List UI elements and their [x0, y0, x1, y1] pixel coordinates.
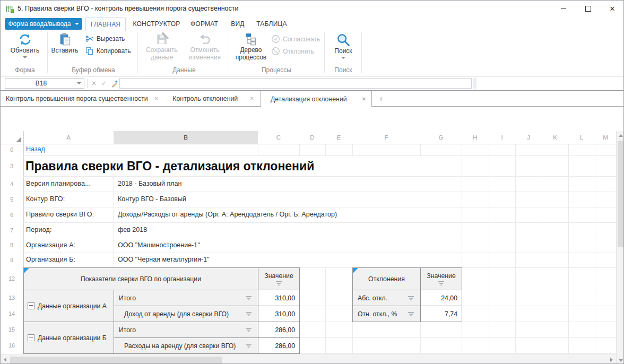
scroll-down-button[interactable]	[617, 356, 624, 364]
close-tab-icon[interactable]: ✕	[154, 96, 159, 101]
field-value[interactable]: Контур ВГО - Базовый	[118, 195, 457, 203]
filter-icon[interactable]	[245, 296, 252, 301]
value-cell[interactable]: 310,00	[258, 306, 300, 322]
tab-konstruktor[interactable]: КОНСТРУКТОР	[130, 18, 183, 31]
field-value[interactable]: Доходы/Расходы от аренды (Орг. А: Арендо…	[118, 211, 457, 218]
vertical-scroll-thumb[interactable]	[618, 141, 624, 247]
column-header-C[interactable]: C	[258, 131, 299, 144]
chevron-down-icon[interactable]	[77, 82, 81, 84]
row-header-7[interactable]: 7	[1, 222, 23, 238]
column-header-M[interactable]: M	[595, 131, 616, 144]
column-header-D[interactable]: D	[299, 131, 325, 144]
row-header-6[interactable]: 6	[1, 207, 23, 222]
filter-icon[interactable]	[245, 328, 252, 333]
maximize-button[interactable]	[576, 1, 600, 17]
close-button[interactable]: ✕	[600, 1, 624, 17]
confirm-entry-icon[interactable]: ✓	[99, 78, 109, 89]
collapse-icon[interactable]	[28, 334, 34, 341]
search-button[interactable]: Поиск	[327, 32, 359, 59]
filter-icon[interactable]	[245, 312, 252, 317]
value-cell[interactable]: 310,00	[258, 290, 300, 306]
sheet-tab-deviation-details[interactable]: Детализация отклонений ✕	[261, 91, 372, 107]
field-value[interactable]: ООО "Машиностроение-1"	[118, 241, 457, 249]
copy-button[interactable]: Копировать	[85, 47, 131, 55]
row-header-15[interactable]: 15	[1, 322, 23, 337]
tab-tablitsa[interactable]: ТАБЛИЦА	[253, 18, 290, 31]
tab-format[interactable]: ФОРМАТ	[187, 18, 221, 31]
row-header-12[interactable]: 12	[1, 267, 23, 290]
column-header-A[interactable]: A	[23, 131, 114, 144]
scroll-left-button[interactable]	[1, 355, 10, 364]
minimize-button[interactable]	[551, 1, 576, 17]
row-header-0[interactable]: 0	[1, 144, 23, 155]
left-table-value-header[interactable]: Значение	[258, 268, 300, 290]
gridline	[299, 144, 300, 155]
form-io-menu-button[interactable]: Форма ввода/вывода	[5, 18, 82, 30]
column-header-H[interactable]: H	[462, 131, 489, 144]
value-cell[interactable]: 286,00	[258, 322, 300, 338]
group-cell-org-a[interactable]: Данные организации А	[24, 290, 114, 322]
collapse-icon[interactable]	[28, 302, 34, 309]
indicator-cell[interactable]: Расходы на аренду (для сверки ВГО)	[114, 338, 258, 354]
row-header-13[interactable]: 13	[1, 290, 23, 306]
value-cell[interactable]: 7,74	[421, 306, 462, 322]
filter-icon[interactable]	[438, 281, 445, 286]
row-header-3[interactable]: 3	[1, 155, 23, 176]
scroll-up-button[interactable]	[617, 131, 624, 140]
filter-icon[interactable]	[245, 344, 252, 349]
indicator-cell[interactable]: Итого	[114, 290, 258, 306]
filter-icon[interactable]	[408, 296, 414, 301]
filter-icon[interactable]	[275, 281, 282, 286]
tab-vid[interactable]: ВИД	[226, 18, 250, 31]
scroll-right-button[interactable]	[607, 355, 616, 364]
cancel-entry-icon[interactable]: ✕	[89, 78, 99, 89]
row-header-9[interactable]: 9	[1, 253, 23, 267]
back-link[interactable]: Назад	[26, 145, 45, 153]
row-header-5[interactable]: 5	[1, 192, 23, 207]
field-value[interactable]: фев 2018	[118, 226, 457, 233]
row-header-16[interactable]: 16	[1, 337, 23, 353]
process-tree-button[interactable]: Дерево процессов	[231, 32, 271, 61]
column-header-K[interactable]: K	[542, 131, 568, 144]
deviation-cell[interactable]: Отн. откл., %	[353, 306, 421, 322]
row-header-4[interactable]: 4	[1, 176, 23, 192]
column-header-G[interactable]: G	[420, 131, 462, 144]
value-cell[interactable]: 286,00	[258, 338, 300, 354]
value-cell[interactable]: 24,00	[421, 290, 462, 306]
deviations-value-header[interactable]: Значение	[421, 268, 462, 290]
formula-bar-splitter[interactable]	[473, 78, 476, 89]
name-box[interactable]: B18	[5, 78, 84, 89]
indicator-cell[interactable]: Доход от аренды (для сверки ВГО)	[114, 306, 258, 322]
deviations-title-cell[interactable]: Отклонения	[353, 268, 421, 290]
field-value[interactable]: ООО "Черная металлургия-1"	[118, 256, 457, 263]
deviation-cell[interactable]: Абс. откл.	[353, 290, 421, 306]
field-value[interactable]: 2018 - Базовый план	[118, 180, 457, 187]
row-header-8[interactable]: 8	[1, 238, 23, 253]
select-all-corner[interactable]	[1, 131, 23, 144]
filter-icon[interactable]	[408, 312, 414, 317]
close-tab-icon[interactable]: ✕	[250, 96, 254, 101]
sheet-tab-control-deviations[interactable]: Контроль отклонений ✕	[166, 91, 259, 106]
paste-button[interactable]: Вставить	[49, 32, 80, 54]
left-table-title-cell[interactable]: Показатели сверки ВГО по организации	[24, 268, 258, 290]
column-header-L[interactable]: L	[568, 131, 595, 144]
arrow-right-icon	[610, 358, 613, 362]
new-tab-button[interactable]: +	[372, 91, 390, 106]
horizontal-scroll-thumb[interactable]	[10, 357, 222, 363]
row-header-14[interactable]: 14	[1, 306, 23, 322]
formula-input[interactable]	[119, 78, 472, 89]
column-header-B[interactable]: B	[114, 131, 258, 144]
group-cell-org-b[interactable]: Данные организации Б	[24, 322, 114, 354]
column-header-E[interactable]: E	[325, 131, 352, 144]
cut-button[interactable]: Вырезать	[85, 34, 125, 43]
vertical-scrollbar[interactable]	[616, 131, 624, 364]
tab-glavnaya[interactable]: ГЛАВНАЯ	[85, 18, 126, 31]
column-header-I[interactable]: I	[489, 131, 515, 144]
column-header-F[interactable]: F	[352, 131, 420, 144]
close-tab-icon[interactable]: ✕	[362, 96, 366, 102]
sheet-tab-control-threshold[interactable]: Контроль превышения порога существенност…	[5, 91, 164, 106]
refresh-button[interactable]: Обновить	[7, 32, 43, 58]
horizontal-scrollbar[interactable]	[1, 354, 616, 364]
indicator-cell[interactable]: Итого	[114, 322, 258, 338]
column-header-J[interactable]: J	[515, 131, 542, 144]
